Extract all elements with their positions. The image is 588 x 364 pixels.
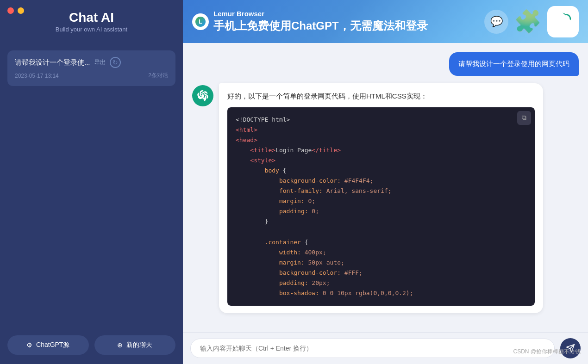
app-title: Chat AI: [69, 10, 114, 25]
code-line: box-shadow: 0 0 10px rgba(0,0,0,0.2);: [236, 288, 526, 298]
sidebar-spacer: [7, 86, 175, 335]
ai-message: 好的，以下是一个简单的登录网页代码，使用HTML和CSS实现： ⧉ <!DOCT…: [192, 83, 579, 314]
window-controls: [7, 7, 24, 14]
code-line: [236, 227, 526, 237]
app-subtitle: Build your own AI assistant: [56, 26, 127, 33]
code-line: <html>: [236, 125, 526, 135]
sidebar-bottom: ⚙ ChatGPT源 ⊕ 新的聊天: [7, 335, 175, 357]
ai-avatar: [192, 85, 213, 106]
right-chat: 请帮我设计一个登录使用的网页代码 好的，以下是一个简单的登录网页代码，使用HTM…: [183, 43, 588, 364]
code-line: background-color: #FFF;: [236, 268, 526, 278]
puzzle-icon: 🧩: [514, 9, 542, 35]
banner-subtitle: 手机上免费使用ChatGPT，无需魔法和登录: [213, 19, 428, 33]
chat-date: 2023-05-17 13:14: [15, 73, 59, 79]
code-line: body {: [236, 166, 526, 176]
chat-input[interactable]: [190, 339, 555, 358]
code-line: .container {: [236, 237, 526, 247]
source-btn-label: ChatGPT源: [36, 341, 69, 349]
ai-bubble: 好的，以下是一个简单的登录网页代码，使用HTML和CSS实现： ⧉ <!DOCT…: [219, 83, 543, 314]
chat-history-item[interactable]: 请帮我设计一个登录使... 导出 ↻ 2023-05-17 13:14 2条对话: [7, 50, 175, 86]
banner-icons-right: 💬 🧩: [484, 6, 579, 37]
code-line: width: 400px;: [236, 247, 526, 258]
code-content: <!DOCTYPE html> <html> <head> <title>Log…: [227, 107, 535, 306]
top-banner: Chat AI Build your own AI assistant L Le…: [0, 0, 588, 43]
user-bubble: 请帮我设计一个登录使用的网页代码: [449, 52, 579, 76]
code-block: ⧉ <!DOCTYPE html> <html> <head> <title>L…: [227, 107, 535, 306]
minimize-button[interactable]: [18, 7, 24, 14]
watermark: CSDN @抢你棒棒糖不给钱: [513, 348, 581, 356]
code-line: <!DOCTYPE html>: [236, 115, 526, 125]
chatgpt-source-button[interactable]: ⚙ ChatGPT源: [7, 335, 89, 355]
chat-history-meta: 2023-05-17 13:14 2条对话: [15, 72, 168, 80]
code-line: padding: 0;: [236, 206, 526, 216]
browser-logo: L: [192, 13, 209, 30]
openai-icon: [547, 6, 579, 37]
browser-name: Lemur Browser: [213, 10, 428, 18]
user-message: 请帮我设计一个登录使用的网页代码: [192, 52, 579, 76]
left-sidebar: 请帮我设计一个登录使... 导出 ↻ 2023-05-17 13:14 2条对话…: [0, 43, 183, 364]
code-line: <style>: [236, 155, 526, 166]
settings-icon: ⚙: [26, 341, 32, 349]
code-line: padding: 20px;: [236, 278, 526, 288]
new-chat-button[interactable]: ⊕ 新的聊天: [94, 335, 176, 355]
main-content: 请帮我设计一个登录使... 导出 ↻ 2023-05-17 13:14 2条对话…: [0, 43, 588, 364]
chat-history-title: 请帮我设计一个登录使... 导出 ↻: [15, 57, 168, 68]
left-panel-header: Chat AI Build your own AI assistant: [0, 0, 183, 43]
add-icon: ⊕: [117, 341, 123, 349]
code-line: <head>: [236, 135, 526, 145]
export-button[interactable]: 导出: [94, 58, 106, 67]
chat-messages: 请帮我设计一个登录使用的网页代码 好的，以下是一个简单的登录网页代码，使用HTM…: [183, 43, 588, 332]
refresh-icon[interactable]: ↻: [110, 57, 121, 68]
code-line: }: [236, 216, 526, 227]
ai-text: 好的，以下是一个简单的登录网页代码，使用HTML和CSS实现：: [227, 91, 535, 102]
banner-title-area: Lemur Browser 手机上免费使用ChatGPT，无需魔法和登录: [213, 10, 428, 33]
right-panel-header: L Lemur Browser 手机上免费使用ChatGPT，无需魔法和登录 💬…: [183, 0, 588, 43]
copy-code-button[interactable]: ⧉: [517, 111, 531, 125]
chat-title-text: 请帮我设计一个登录使...: [15, 58, 90, 67]
code-line: background-color: #F4F4F4;: [236, 176, 526, 186]
chat-bubble-icon: 💬: [484, 10, 508, 34]
code-line: <title>Login Page</title>: [236, 145, 526, 155]
chat-count: 2条对话: [148, 72, 168, 80]
code-line: margin: 0;: [236, 196, 526, 206]
new-chat-label: 新的聊天: [126, 341, 152, 349]
code-line: font-family: Arial, sans-serif;: [236, 186, 526, 196]
close-button[interactable]: [7, 7, 14, 14]
browser-logo-inner: L: [195, 17, 206, 27]
code-line: margin: 50px auto;: [236, 258, 526, 268]
